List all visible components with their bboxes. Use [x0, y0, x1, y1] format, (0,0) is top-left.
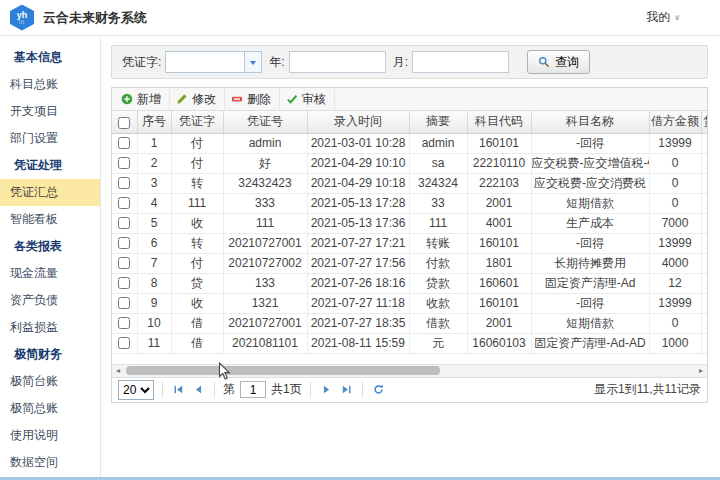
pager-divider	[214, 382, 215, 397]
sidebar-section-4[interactable]: 凭证处理	[0, 152, 100, 179]
row-checkbox[interactable]	[118, 237, 130, 249]
table-empty-area	[112, 354, 707, 364]
sidebar-item-13[interactable]: 极简总账	[0, 395, 100, 422]
table-cell	[701, 173, 707, 193]
edit-button[interactable]: 修改	[170, 89, 225, 110]
table-cell	[701, 293, 707, 313]
row-checkbox-cell	[112, 233, 137, 253]
sidebar-item-8[interactable]: 现金流量	[0, 260, 100, 287]
select-all-checkbox[interactable]	[118, 117, 130, 129]
row-checkbox[interactable]	[118, 177, 130, 189]
row-checkbox[interactable]	[118, 157, 130, 169]
table-cell: 应交税费-应交增值税-销项税额抵减	[531, 153, 649, 173]
row-checkbox[interactable]	[118, 277, 130, 289]
row-checkbox[interactable]	[118, 317, 130, 329]
page-size-select[interactable]: 20	[118, 380, 154, 400]
chevron-down-icon: ∨	[674, 13, 680, 22]
sidebar-item-5[interactable]: 凭证汇总	[0, 179, 100, 206]
column-header-0[interactable]: 序号	[137, 111, 171, 133]
sidebar-section-11[interactable]: 极简财务	[0, 341, 100, 368]
column-header-8[interactable]: 贷方金额	[701, 111, 707, 133]
month-label: 月:	[393, 54, 408, 71]
refresh-button[interactable]	[371, 384, 386, 395]
scrollbar-thumb[interactable]	[126, 366, 440, 375]
prev-page-button[interactable]	[191, 384, 206, 395]
column-header-6[interactable]: 科目名称	[531, 111, 649, 133]
sidebar-item-14[interactable]: 使用说明	[0, 422, 100, 449]
table-cell: 2021-04-29 10:18	[307, 173, 409, 193]
search-button[interactable]: 查询	[527, 50, 590, 74]
page-number-input[interactable]	[240, 381, 266, 398]
table-row[interactable]: 2付好2021-04-29 10:10sa22210110应交税费-应交增值税-…	[112, 153, 707, 173]
table-cell	[701, 233, 707, 253]
row-checkbox-cell	[112, 153, 137, 173]
user-menu[interactable]: 我的 ∨	[646, 9, 680, 26]
app-header: yh 云合未来财务系统 我的 ∨	[0, 0, 720, 36]
page-total-label: 共1页	[271, 381, 302, 398]
approve-button[interactable]: 审核	[280, 89, 335, 110]
delete-button[interactable]: 删除	[225, 89, 280, 110]
sidebar-item-12[interactable]: 极简台账	[0, 368, 100, 395]
sidebar-item-1[interactable]: 科目总账	[0, 71, 100, 98]
sidebar-item-2[interactable]: 开支项目	[0, 98, 100, 125]
sidebar-menu: 基本信息科目总账开支项目部门设置凭证处理凭证汇总智能看板各类报表现金流量资产负债…	[0, 36, 101, 477]
year-input[interactable]	[289, 51, 386, 73]
add-button[interactable]: 新增	[115, 89, 170, 110]
sidebar-item-3[interactable]: 部门设置	[0, 125, 100, 152]
next-page-button[interactable]	[319, 384, 334, 395]
sidebar-item-10[interactable]: 利益损益	[0, 314, 100, 341]
last-page-icon	[341, 384, 352, 395]
table-cell: 13999	[649, 133, 701, 153]
table-cell: 2001	[467, 313, 531, 333]
table-row[interactable]: 3转324324232021-04-29 10:18324324222103应交…	[112, 173, 707, 193]
row-checkbox[interactable]	[118, 257, 130, 269]
table-row[interactable]: 7付202107270022021-07-27 17:56付款1801长期待摊费…	[112, 253, 707, 273]
row-checkbox[interactable]	[118, 297, 130, 309]
last-page-button[interactable]	[339, 384, 354, 395]
first-page-button[interactable]	[171, 384, 186, 395]
scroll-right-arrow-icon[interactable]: ▸	[695, 365, 707, 377]
add-icon	[121, 93, 133, 105]
scrollbar-track[interactable]	[124, 366, 695, 375]
row-checkbox[interactable]	[118, 217, 130, 229]
table-row[interactable]: 41113332021-05-13 17:28332001短期借款0	[112, 193, 707, 213]
table-cell: 20210727001	[223, 233, 307, 253]
scroll-left-arrow-icon[interactable]: ◂	[112, 365, 124, 377]
table-cell: 长期待摊费用	[531, 253, 649, 273]
table-row[interactable]: 5收1112021-05-13 17:361114001生产成本7000	[112, 213, 707, 233]
table-row[interactable]: 1付admin2021-03-01 10:28admin160101-回得139…	[112, 133, 707, 153]
table-cell: admin	[409, 133, 467, 153]
sidebar-section-7[interactable]: 各类报表	[0, 233, 100, 260]
table-cell: 转	[171, 173, 223, 193]
table-row[interactable]: 9收13212021-07-27 11:18收款160101-回得13999	[112, 293, 707, 313]
page-body: 基本信息科目总账开支项目部门设置凭证处理凭证汇总智能看板各类报表现金流量资产负债…	[0, 36, 720, 477]
row-checkbox[interactable]	[118, 197, 130, 209]
row-checkbox[interactable]	[118, 137, 130, 149]
table-viewport: 序号凭证字凭证号录入时间摘要科目代码科目名称借方金额贷方金额 1付admin20…	[112, 111, 707, 354]
table-row[interactable]: 10借202107270012021-07-27 18:35借款2001短期借款…	[112, 313, 707, 333]
table-cell: 贷款	[409, 273, 467, 293]
column-header-2[interactable]: 凭证号	[223, 111, 307, 133]
sidebar-section-0[interactable]: 基本信息	[0, 44, 100, 71]
column-header-4[interactable]: 摘要	[409, 111, 467, 133]
row-checkbox[interactable]	[118, 337, 130, 349]
sidebar-item-15[interactable]: 数据空间	[0, 449, 100, 476]
table-row[interactable]: 6转202107270012021-07-27 17:21转账160101-回得…	[112, 233, 707, 253]
table-cell: 33	[409, 193, 467, 213]
column-header-7[interactable]: 借方金额	[649, 111, 701, 133]
voucher-word-select[interactable]	[165, 51, 262, 73]
app-window: yh 云合未来财务系统 我的 ∨ 基本信息科目总账开支项目部门设置凭证处理凭证汇…	[0, 0, 720, 480]
horizontal-scrollbar[interactable]: ◂ ▸	[112, 364, 707, 377]
sidebar-item-9[interactable]: 资产负债	[0, 287, 100, 314]
table-row[interactable]: 8贷1332021-07-26 18:16贷款160601固定资产清理-Ad12	[112, 273, 707, 293]
table-cell: 2021-07-27 11:18	[307, 293, 409, 313]
table-row[interactable]: 11借20210811012021-08-11 15:59元16060103固定…	[112, 333, 707, 353]
column-header-3[interactable]: 录入时间	[307, 111, 409, 133]
column-header-5[interactable]: 科目代码	[467, 111, 531, 133]
column-header-1[interactable]: 凭证字	[171, 111, 223, 133]
sidebar-item-6[interactable]: 智能看板	[0, 206, 100, 233]
combo-chevron-down-icon[interactable]	[244, 52, 261, 72]
table-cell: 付	[171, 133, 223, 153]
month-input[interactable]	[412, 51, 509, 73]
table-cell: 133	[223, 273, 307, 293]
